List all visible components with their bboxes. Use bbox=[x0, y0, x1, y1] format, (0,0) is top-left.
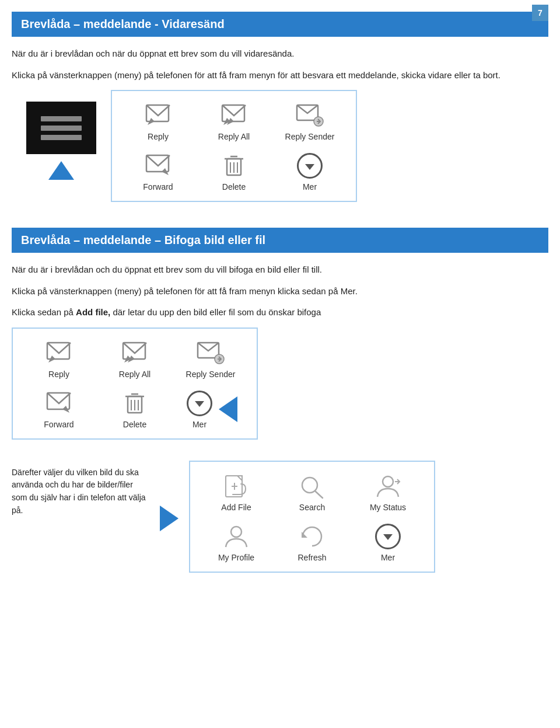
bottom-menu-mer: Mer bbox=[350, 518, 426, 566]
bottom-add-file-label: Add File bbox=[221, 503, 251, 512]
s2-reply-all-icon bbox=[119, 339, 150, 367]
section1-para2: Klicka på vänsterknappen (meny) på telef… bbox=[12, 69, 548, 82]
search-icon bbox=[296, 472, 328, 500]
menu-item-reply-label: Reply bbox=[148, 132, 169, 141]
s2-menu-item-delete: Delete bbox=[97, 385, 173, 433]
s2-mer-chevron-icon bbox=[195, 401, 204, 407]
s2-delete-icon bbox=[119, 389, 150, 417]
phone-menu-lines bbox=[41, 116, 82, 140]
svg-marker-40 bbox=[302, 532, 307, 538]
section2-bottom: Därefter väljer du vilken bild du ska an… bbox=[12, 461, 548, 573]
menu-item-reply: Reply bbox=[120, 97, 196, 145]
reply-icon bbox=[142, 102, 174, 130]
s2-reply-all-label: Reply All bbox=[119, 370, 150, 379]
bottom-menu-refresh: Refresh bbox=[274, 518, 350, 566]
bottom-search-label: Search bbox=[299, 503, 325, 512]
my-status-icon bbox=[372, 472, 404, 500]
s2-menu-item-reply-all: Reply All bbox=[97, 335, 173, 382]
bottom-my-status-label: My Status bbox=[370, 503, 406, 512]
reply-sender-icon bbox=[294, 102, 326, 130]
bottom-menu-my-status: My Status bbox=[350, 468, 426, 515]
section2-menu-layout: Reply Reply All bbox=[12, 328, 548, 450]
s2-menu-item-reply: Reply bbox=[21, 335, 97, 382]
mer-icon bbox=[294, 152, 326, 180]
mer-circle bbox=[297, 153, 323, 179]
blue-arrow-up-icon bbox=[48, 161, 74, 180]
s2-menu-item-forward: Forward bbox=[21, 385, 97, 433]
blue-arrow-right-icon bbox=[160, 506, 178, 531]
mer-chevron-icon bbox=[305, 164, 314, 170]
s2-forward-label: Forward bbox=[44, 420, 74, 429]
section2-header: Brevlåda – meddelande – Bifoga bild elle… bbox=[12, 228, 548, 253]
menu-line-2 bbox=[41, 126, 82, 131]
menu-item-mer: Mer bbox=[272, 147, 348, 195]
bottom-menu-search: Search bbox=[274, 468, 350, 515]
svg-line-36 bbox=[315, 491, 323, 498]
section2-para3-start: Klicka sedan på bbox=[12, 307, 76, 317]
section2-bottom-right: Add File Search bbox=[160, 461, 435, 573]
menu-item-delete: Delete bbox=[196, 147, 272, 195]
bottom-refresh-label: Refresh bbox=[298, 553, 326, 562]
s2-reply-sender-icon bbox=[195, 339, 226, 367]
refresh-icon bbox=[296, 523, 328, 551]
s2-reply-label: Reply bbox=[48, 370, 69, 379]
section1-header: Brevlåda – meddelande - Vidaresänd bbox=[12, 12, 548, 37]
bottom-mer-circle bbox=[375, 524, 401, 549]
section1-menu-grid: Reply Reply All bbox=[120, 97, 348, 195]
section2-arrow-group bbox=[160, 502, 183, 531]
bottom-mer-chevron-icon bbox=[383, 534, 393, 540]
section2-bottom-menu-box: Add File Search bbox=[189, 461, 435, 573]
s2-mer-circle bbox=[187, 391, 212, 416]
section1-menu-box: Reply Reply All bbox=[111, 90, 357, 202]
section2-menu-grid: Reply Reply All bbox=[21, 335, 249, 433]
menu-item-reply-sender-label: Reply Sender bbox=[285, 132, 335, 141]
menu-item-forward: Forward bbox=[120, 147, 196, 195]
menu-item-mer-label: Mer bbox=[303, 182, 317, 191]
bottom-mer-label: Mer bbox=[381, 553, 395, 562]
s2-reply-sender-label: Reply Sender bbox=[186, 370, 236, 379]
phone-menu-icon bbox=[26, 102, 96, 154]
section2-para2: Klicka på vänsterknappen (meny) på telef… bbox=[12, 285, 548, 298]
page-number: 7 bbox=[532, 5, 548, 21]
section2-para3-end: där letar du upp den bild eller fil som … bbox=[110, 307, 321, 317]
forward-icon bbox=[142, 152, 174, 180]
bottom-menu-add-file: Add File bbox=[198, 468, 274, 515]
delete-icon bbox=[218, 152, 250, 180]
section1-left bbox=[12, 90, 111, 180]
reply-all-icon bbox=[218, 102, 250, 130]
section1-para1: När du är i brevlådan och när du öppnat … bbox=[12, 47, 548, 61]
svg-point-37 bbox=[383, 476, 393, 487]
section2-para3-bold: Add file, bbox=[76, 307, 110, 317]
add-file-icon bbox=[220, 472, 252, 500]
svg-point-39 bbox=[231, 527, 242, 537]
menu-item-forward-label: Forward bbox=[143, 182, 173, 191]
section2-bottom-menu-grid: Add File Search bbox=[198, 468, 426, 566]
bottom-menu-my-profile: My Profile bbox=[198, 518, 274, 566]
section2-bottom-content: Add File Search bbox=[160, 461, 435, 573]
section2-para3: Klicka sedan på Add file, där letar du u… bbox=[12, 306, 548, 319]
section2-menu-box: Reply Reply All bbox=[12, 328, 258, 440]
menu-item-delete-label: Delete bbox=[222, 182, 246, 191]
menu-item-reply-all-label: Reply All bbox=[218, 132, 250, 141]
blue-arrow-left-icon bbox=[219, 396, 237, 422]
menu-line-1 bbox=[41, 116, 82, 121]
my-profile-icon bbox=[220, 523, 252, 551]
s2-menu-item-mer: Mer bbox=[173, 385, 249, 433]
menu-item-reply-all: Reply All bbox=[196, 97, 272, 145]
s2-forward-icon bbox=[43, 389, 75, 417]
s2-delete-label: Delete bbox=[123, 420, 146, 429]
s2-menu-item-reply-sender: Reply Sender bbox=[173, 335, 249, 382]
menu-item-reply-sender: Reply Sender bbox=[272, 97, 348, 145]
s2-reply-icon bbox=[43, 339, 75, 367]
s2-mer-icon bbox=[184, 389, 215, 417]
section2-para1: När du är i brevlådan och du öppnat ett … bbox=[12, 263, 548, 277]
bottom-mer-icon bbox=[372, 523, 404, 551]
s2-mer-label: Mer bbox=[192, 420, 206, 429]
bottom-my-profile-label: My Profile bbox=[218, 553, 254, 562]
menu-line-3 bbox=[41, 135, 82, 140]
section2-bottom-text: Därefter väljer du vilken bild du ska an… bbox=[12, 461, 146, 517]
section1-content: Reply Reply All bbox=[12, 90, 548, 213]
